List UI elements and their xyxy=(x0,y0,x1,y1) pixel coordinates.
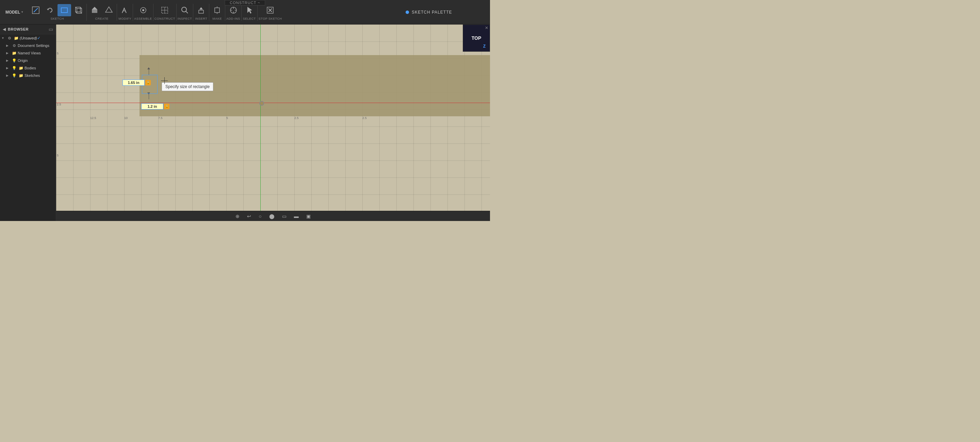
axis-vertical xyxy=(260,24,261,211)
svg-line-1 xyxy=(34,8,38,12)
height-dimension-input[interactable] xyxy=(141,103,163,109)
bottom-rect1-btn[interactable]: ▭ xyxy=(280,213,288,220)
width-lock-icon[interactable]: 🔒 xyxy=(145,80,151,86)
modify-icon xyxy=(120,5,130,15)
tree-label-unsaved: (Unsaved) xyxy=(20,36,37,40)
ruler-h-12: 12.5 xyxy=(90,116,96,120)
ruler-v-25: 5 xyxy=(57,154,59,157)
svg-rect-23 xyxy=(215,8,220,13)
sketch-rect-btn[interactable] xyxy=(57,4,71,16)
tree-icon-sketches-folder: 📁 xyxy=(18,73,24,78)
view-indicator: ✕ TOP Z xyxy=(463,24,490,52)
addins-icon xyxy=(229,5,238,15)
addins-btn[interactable] xyxy=(227,4,240,16)
sketch-rect-icon xyxy=(60,5,69,15)
width-dimension-input-group: 🔒 xyxy=(123,79,151,86)
sketch-undo-btn[interactable] xyxy=(43,4,57,16)
canvas-grid xyxy=(56,24,490,211)
tree-expand-origin[interactable]: ▶ xyxy=(6,59,11,62)
insert-btn[interactable] xyxy=(194,4,208,16)
svg-marker-27 xyxy=(247,7,252,14)
select-section-label: SELECT xyxy=(243,16,256,21)
tree-icon-bodies-folder: 📁 xyxy=(18,65,24,71)
sketch-create-btn[interactable] xyxy=(29,4,43,16)
stopsketch-section-label: STOP SKETCH xyxy=(259,16,282,21)
ruler-v-5: 2.5 xyxy=(57,103,61,106)
tree-icon-origin-light: 💡 xyxy=(11,58,17,63)
tree-label-origin: Origin xyxy=(18,59,27,63)
view-close-btn[interactable]: ✕ xyxy=(485,25,488,30)
sketch-create-icon xyxy=(31,5,40,15)
svg-marker-11 xyxy=(92,7,97,10)
tree-icon-views-folder: 📁 xyxy=(11,50,17,56)
ruler-h-75: 7.5 xyxy=(158,116,163,120)
create-extrude-btn[interactable] xyxy=(88,4,102,16)
tree-expand-views[interactable]: ▶ xyxy=(6,51,11,55)
construct-btn[interactable] xyxy=(158,4,172,16)
sketch-3d-icon xyxy=(74,5,83,15)
model-dropdown-arrow: ▼ xyxy=(21,11,24,14)
ruler-v-125: 5 xyxy=(57,52,59,55)
bottom-circle-filled-btn[interactable]: ⬤ xyxy=(267,213,277,220)
sketch-undo-icon xyxy=(45,5,55,15)
insert-icon xyxy=(196,5,206,15)
inspect-section: INSPECT xyxy=(178,4,192,21)
height-lock-icon[interactable]: 🔒 xyxy=(164,104,169,109)
ruler-h-10: 10 xyxy=(124,116,127,120)
svg-marker-22 xyxy=(199,7,203,10)
stopsketch-section: STOP SKETCH xyxy=(259,4,282,21)
canvas-area[interactable]: 12.5 10 7.5 5 2.5 2.5 5 2.5 5 🔒 🔒 Specif… xyxy=(56,24,490,211)
inspect-icon xyxy=(180,5,189,15)
bottom-bar: ⊕ ↩ ○ ⬤ ▭ ▬ ▣ xyxy=(56,211,490,221)
modify-btn[interactable] xyxy=(118,4,132,16)
tree-item-named-views[interactable]: ▶ 📁 Named Views xyxy=(0,49,56,57)
tree-item-doc-settings[interactable]: ▶ ⚙ Document Settings xyxy=(0,42,56,49)
tree-check-icon: ✓ xyxy=(37,36,40,40)
browser-back-arrow[interactable]: ◀ xyxy=(3,27,6,32)
tree-item-origin[interactable]: ▶ 💡 Origin xyxy=(0,57,56,64)
stopsketch-btn[interactable] xyxy=(263,4,277,16)
insert-section-label: INSERT xyxy=(195,16,207,21)
create-more-icon xyxy=(104,5,114,15)
center-point-marker xyxy=(259,101,264,106)
browser-panel-icon[interactable]: ▭ xyxy=(49,27,53,32)
tree-label-sketches: Sketches xyxy=(24,73,40,78)
tree-label-doc-settings: Document Settings xyxy=(18,44,49,48)
addins-section: ADD-INS xyxy=(226,4,240,21)
tree-expand-root[interactable]: ▼ xyxy=(2,36,6,40)
svg-rect-10 xyxy=(92,10,97,13)
svg-line-20 xyxy=(186,11,188,13)
inspect-btn[interactable] xyxy=(178,4,192,16)
bottom-zoom-btn[interactable]: ⊕ xyxy=(234,213,242,220)
tree-icon-sketches-light: 💡 xyxy=(11,73,17,78)
bottom-rect2-btn[interactable]: ▬ xyxy=(292,213,301,220)
bottom-grid-btn[interactable]: ▣ xyxy=(304,213,313,220)
model-label: MODEL xyxy=(5,10,20,14)
tree-label-named-views: Named Views xyxy=(18,51,41,55)
insert-section: INSERT xyxy=(194,4,208,21)
tree-item-bodies[interactable]: ▶ 💡 📁 Bodies xyxy=(0,64,56,72)
construct-icon xyxy=(160,5,169,15)
tree-item-root[interactable]: ▼ ⚙ 📁 (Unsaved) ✓ xyxy=(0,34,56,42)
bottom-orbit-btn[interactable]: ○ xyxy=(256,213,263,220)
make-section-label: MAKE xyxy=(213,16,222,21)
width-dimension-input[interactable] xyxy=(123,79,145,86)
svg-rect-21 xyxy=(199,10,204,13)
sketch-palette-panel: SKETCH PALETTE xyxy=(401,0,490,24)
assemble-btn[interactable] xyxy=(137,4,150,16)
sketch-3d-btn[interactable] xyxy=(72,4,86,16)
stopsketch-icon xyxy=(266,5,275,15)
make-icon xyxy=(212,5,222,15)
make-btn[interactable] xyxy=(210,4,224,16)
browser-header: ◀ BROWSER ▭ xyxy=(0,24,56,34)
create-extrude-icon xyxy=(90,5,99,15)
tree-item-sketches[interactable]: ▶ 💡 📁 Sketches xyxy=(0,72,56,79)
tree-expand-doc[interactable]: ▶ xyxy=(6,44,11,47)
tree-expand-sketches[interactable]: ▶ xyxy=(6,74,11,77)
model-dropdown[interactable]: MODEL ▼ xyxy=(3,8,26,16)
bottom-undo-view-btn[interactable]: ↩ xyxy=(245,213,253,220)
create-more-btn[interactable] xyxy=(102,4,116,16)
dim-arrow-up xyxy=(147,67,150,70)
select-btn[interactable] xyxy=(243,4,256,16)
tree-expand-bodies[interactable]: ▶ xyxy=(6,66,11,70)
